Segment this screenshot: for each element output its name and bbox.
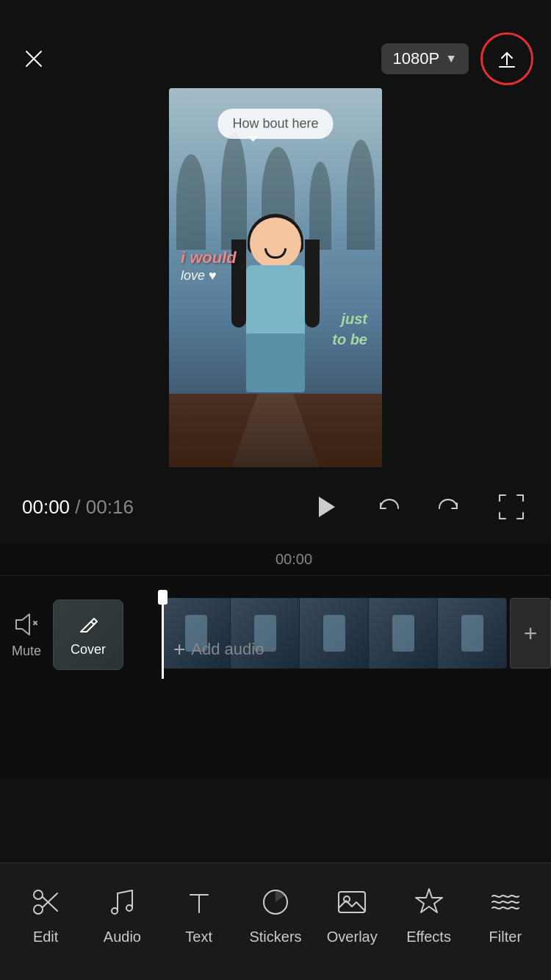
svg-line-12 — [43, 893, 57, 907]
mute-button[interactable]: Mute — [12, 611, 41, 659]
header-right: 1080P ▼ — [381, 32, 533, 85]
text-icon — [181, 884, 217, 920]
stickers-label: Stickers — [249, 929, 301, 945]
add-audio-plus-icon: + — [173, 638, 185, 661]
svg-point-14 — [126, 905, 132, 911]
svg-marker-4 — [319, 497, 335, 517]
quality-arrow-icon: ▼ — [445, 52, 457, 65]
text-label: Text — [185, 929, 212, 945]
overlay-text-3: justto be — [332, 309, 367, 350]
video-background: How bout here i would love ♥ justto be — [169, 88, 382, 467]
tool-filter[interactable]: Filter — [476, 883, 535, 945]
playhead — [162, 591, 164, 679]
scissors-icon — [28, 884, 63, 920]
overlay-text-2: love ♥ — [181, 268, 217, 284]
filter-wave-icon — [488, 884, 523, 920]
tool-effects[interactable]: Effects — [400, 883, 458, 945]
timeline-area: 00:00 00:02 Mute Cover — [0, 544, 551, 779]
current-time: 00:00 — [22, 496, 70, 518]
timeline-left: Mute Cover — [0, 598, 162, 671]
svg-marker-20 — [416, 889, 442, 912]
svg-line-8 — [91, 621, 94, 624]
redo-icon — [435, 492, 464, 522]
mute-label: Mute — [12, 644, 41, 659]
svg-point-13 — [112, 908, 118, 914]
char-smile — [264, 248, 287, 259]
playback-controls — [306, 488, 529, 526]
export-button[interactable] — [480, 32, 533, 85]
video-preview: How bout here i would love ♥ justto be — [169, 88, 382, 467]
timeline-content: Mute Cover — [0, 576, 551, 779]
fullscreen-icon — [495, 491, 527, 523]
cover-button[interactable]: Cover — [53, 599, 123, 670]
mute-icon — [13, 611, 40, 638]
quality-button[interactable]: 1080P ▼ — [381, 43, 469, 74]
redo-button[interactable] — [432, 489, 467, 525]
play-icon — [306, 488, 344, 526]
total-time: 00:16 — [86, 496, 134, 518]
char-body — [246, 265, 305, 339]
tool-stickers[interactable]: Stickers — [246, 883, 305, 945]
timeline-ruler: 00:00 00:02 — [0, 544, 551, 576]
quality-label: 1080P — [393, 49, 440, 68]
tool-audio[interactable]: Audio — [93, 883, 151, 945]
char-head — [250, 217, 301, 269]
overlay-label: Overlay — [327, 929, 378, 945]
close-button[interactable] — [18, 43, 50, 75]
speech-bubble: How bout here — [217, 109, 333, 139]
text-tool-icon — [180, 883, 218, 921]
filter-label: Filter — [489, 929, 522, 945]
undo-button[interactable] — [370, 489, 406, 525]
time-separator: / — [75, 496, 80, 518]
bottom-toolbar: Edit Audio Text Sticker — [0, 862, 551, 980]
svg-rect-18 — [339, 892, 365, 912]
stickers-icon — [256, 883, 295, 921]
speech-bubble-text: How bout here — [232, 116, 318, 131]
audio-icon — [103, 883, 141, 921]
add-audio-label: Add audio — [191, 640, 264, 659]
close-icon — [24, 48, 44, 69]
effects-label: Effects — [406, 929, 451, 945]
edit-label: Edit — [33, 929, 58, 945]
overlay-icon — [333, 883, 371, 921]
tool-text[interactable]: Text — [170, 883, 228, 945]
header: 1080P ▼ — [0, 0, 551, 88]
star-icon — [411, 884, 447, 920]
music-icon — [104, 884, 140, 920]
add-audio-row[interactable]: + Add audio — [162, 632, 551, 667]
playback-area: 00:00 / 00:16 — [0, 478, 551, 536]
time-display: 00:00 / 00:16 — [22, 496, 306, 519]
filter-icon — [486, 883, 525, 921]
svg-point-10 — [34, 905, 43, 914]
audio-label: Audio — [104, 929, 141, 945]
undo-icon — [373, 492, 403, 522]
tool-edit[interactable]: Edit — [16, 883, 75, 945]
sticker-icon — [258, 884, 293, 920]
fullscreen-button[interactable] — [494, 489, 529, 525]
effects-icon — [410, 883, 448, 921]
svg-point-9 — [34, 890, 43, 899]
upload-icon — [494, 46, 520, 72]
ruler-marker-1: 00:00 — [276, 551, 312, 568]
tool-overlay[interactable]: Overlay — [323, 883, 381, 945]
cover-label: Cover — [71, 642, 106, 657]
overlay-text-1: i would — [181, 248, 237, 267]
char-hair-right — [305, 239, 320, 328]
image-icon — [334, 884, 370, 920]
play-button[interactable] — [306, 488, 344, 526]
edit-icon — [26, 883, 65, 921]
char-legs — [246, 334, 305, 392]
cover-edit-icon — [76, 613, 100, 636]
svg-marker-5 — [16, 614, 29, 635]
svg-line-11 — [43, 897, 57, 911]
